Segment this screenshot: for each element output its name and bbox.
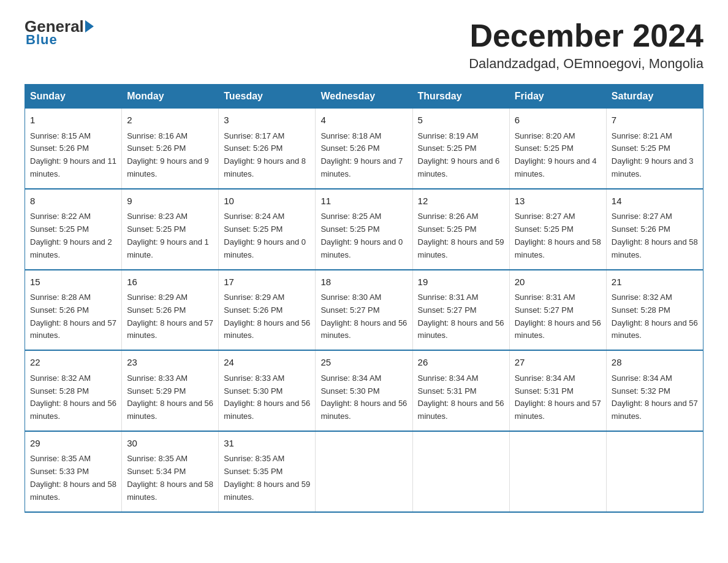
day-number: 30 bbox=[127, 437, 213, 451]
day-number: 1 bbox=[30, 113, 116, 128]
day-number: 17 bbox=[224, 275, 310, 289]
day-cell: 20 Sunrise: 8:31 AMSunset: 5:27 PMDaylig… bbox=[509, 270, 606, 351]
calendar-body: 1 Sunrise: 8:15 AMSunset: 5:26 PMDayligh… bbox=[25, 109, 703, 512]
day-cell: 16 Sunrise: 8:29 AMSunset: 5:26 PMDaylig… bbox=[122, 270, 219, 351]
column-header-tuesday: Tuesday bbox=[219, 85, 316, 109]
week-row-3: 15 Sunrise: 8:28 AMSunset: 5:26 PMDaylig… bbox=[25, 270, 703, 351]
day-number: 23 bbox=[127, 356, 213, 370]
day-cell: 5 Sunrise: 8:19 AMSunset: 5:25 PMDayligh… bbox=[412, 109, 509, 189]
day-cell: 10 Sunrise: 8:24 AMSunset: 5:25 PMDaylig… bbox=[219, 189, 316, 270]
day-number: 22 bbox=[30, 356, 116, 370]
day-info: Sunrise: 8:30 AMSunset: 5:27 PMDaylight:… bbox=[320, 293, 407, 340]
day-cell: 18 Sunrise: 8:30 AMSunset: 5:27 PMDaylig… bbox=[316, 270, 412, 351]
day-number: 20 bbox=[515, 275, 601, 289]
day-number: 24 bbox=[224, 356, 310, 370]
day-info: Sunrise: 8:26 AMSunset: 5:25 PMDaylight:… bbox=[418, 212, 504, 259]
day-cell bbox=[316, 431, 412, 512]
day-cell bbox=[606, 431, 703, 512]
day-number: 13 bbox=[515, 194, 601, 209]
day-cell: 9 Sunrise: 8:23 AMSunset: 5:25 PMDayligh… bbox=[122, 189, 219, 270]
day-number: 31 bbox=[224, 437, 310, 451]
day-number: 18 bbox=[320, 275, 407, 289]
title-block: December 2024 Dalandzadgad, OEmnoegovi, … bbox=[469, 18, 703, 72]
day-info: Sunrise: 8:15 AMSunset: 5:26 PMDaylight:… bbox=[30, 131, 116, 178]
day-cell: 7 Sunrise: 8:21 AMSunset: 5:25 PMDayligh… bbox=[606, 109, 703, 189]
month-title: December 2024 bbox=[469, 18, 703, 53]
day-cell: 14 Sunrise: 8:27 AMSunset: 5:26 PMDaylig… bbox=[606, 189, 703, 270]
column-header-thursday: Thursday bbox=[412, 85, 509, 109]
day-info: Sunrise: 8:20 AMSunset: 5:25 PMDaylight:… bbox=[515, 131, 597, 178]
day-info: Sunrise: 8:27 AMSunset: 5:25 PMDaylight:… bbox=[515, 212, 601, 259]
day-info: Sunrise: 8:33 AMSunset: 5:29 PMDaylight:… bbox=[127, 373, 213, 421]
day-info: Sunrise: 8:34 AMSunset: 5:31 PMDaylight:… bbox=[515, 373, 601, 421]
day-info: Sunrise: 8:21 AMSunset: 5:25 PMDaylight:… bbox=[612, 131, 694, 178]
day-cell bbox=[412, 431, 509, 512]
day-cell: 1 Sunrise: 8:15 AMSunset: 5:26 PMDayligh… bbox=[25, 109, 122, 189]
day-cell: 15 Sunrise: 8:28 AMSunset: 5:26 PMDaylig… bbox=[25, 270, 122, 351]
day-cell: 3 Sunrise: 8:17 AMSunset: 5:26 PMDayligh… bbox=[219, 109, 316, 189]
day-number: 21 bbox=[612, 275, 698, 289]
day-number: 27 bbox=[515, 356, 601, 370]
day-number: 19 bbox=[418, 275, 504, 289]
day-info: Sunrise: 8:31 AMSunset: 5:27 PMDaylight:… bbox=[418, 293, 504, 340]
day-info: Sunrise: 8:31 AMSunset: 5:27 PMDaylight:… bbox=[515, 293, 601, 340]
location-subtitle: Dalandzadgad, OEmnoegovi, Mongolia bbox=[469, 56, 703, 72]
day-info: Sunrise: 8:34 AMSunset: 5:31 PMDaylight:… bbox=[418, 373, 504, 421]
day-cell: 13 Sunrise: 8:27 AMSunset: 5:25 PMDaylig… bbox=[509, 189, 606, 270]
day-info: Sunrise: 8:29 AMSunset: 5:26 PMDaylight:… bbox=[127, 293, 213, 340]
day-cell: 22 Sunrise: 8:32 AMSunset: 5:28 PMDaylig… bbox=[25, 350, 122, 431]
day-number: 8 bbox=[30, 194, 116, 209]
day-number: 29 bbox=[30, 437, 116, 451]
day-number: 25 bbox=[320, 356, 407, 370]
day-info: Sunrise: 8:34 AMSunset: 5:32 PMDaylight:… bbox=[612, 373, 698, 421]
day-cell: 26 Sunrise: 8:34 AMSunset: 5:31 PMDaylig… bbox=[412, 350, 509, 431]
day-info: Sunrise: 8:32 AMSunset: 5:28 PMDaylight:… bbox=[612, 293, 698, 340]
day-info: Sunrise: 8:32 AMSunset: 5:28 PMDaylight:… bbox=[30, 373, 116, 421]
day-cell: 8 Sunrise: 8:22 AMSunset: 5:25 PMDayligh… bbox=[25, 189, 122, 270]
day-cell: 6 Sunrise: 8:20 AMSunset: 5:25 PMDayligh… bbox=[509, 109, 606, 189]
day-number: 26 bbox=[418, 356, 504, 370]
day-number: 4 bbox=[320, 113, 407, 128]
day-number: 2 bbox=[127, 113, 213, 128]
day-info: Sunrise: 8:19 AMSunset: 5:25 PMDaylight:… bbox=[418, 131, 500, 178]
day-info: Sunrise: 8:29 AMSunset: 5:26 PMDaylight:… bbox=[224, 293, 310, 340]
day-info: Sunrise: 8:28 AMSunset: 5:26 PMDaylight:… bbox=[30, 293, 116, 340]
day-info: Sunrise: 8:17 AMSunset: 5:26 PMDaylight:… bbox=[224, 131, 306, 178]
day-number: 3 bbox=[224, 113, 310, 128]
logo-blue-text: Blue bbox=[26, 32, 58, 48]
column-header-wednesday: Wednesday bbox=[316, 85, 412, 109]
day-info: Sunrise: 8:24 AMSunset: 5:25 PMDaylight:… bbox=[224, 212, 306, 259]
day-number: 5 bbox=[418, 113, 504, 128]
day-info: Sunrise: 8:18 AMSunset: 5:26 PMDaylight:… bbox=[320, 131, 403, 178]
calendar-table: SundayMondayTuesdayWednesdayThursdayFrid… bbox=[25, 84, 703, 512]
day-number: 14 bbox=[612, 194, 698, 209]
week-row-2: 8 Sunrise: 8:22 AMSunset: 5:25 PMDayligh… bbox=[25, 189, 703, 270]
day-number: 6 bbox=[515, 113, 601, 128]
day-info: Sunrise: 8:25 AMSunset: 5:25 PMDaylight:… bbox=[320, 212, 403, 259]
day-cell: 12 Sunrise: 8:26 AMSunset: 5:25 PMDaylig… bbox=[412, 189, 509, 270]
week-row-1: 1 Sunrise: 8:15 AMSunset: 5:26 PMDayligh… bbox=[25, 109, 703, 189]
day-info: Sunrise: 8:33 AMSunset: 5:30 PMDaylight:… bbox=[224, 373, 310, 421]
day-number: 9 bbox=[127, 194, 213, 209]
day-info: Sunrise: 8:23 AMSunset: 5:25 PMDaylight:… bbox=[127, 212, 209, 259]
day-cell: 28 Sunrise: 8:34 AMSunset: 5:32 PMDaylig… bbox=[606, 350, 703, 431]
day-cell: 29 Sunrise: 8:35 AMSunset: 5:33 PMDaylig… bbox=[25, 431, 122, 512]
day-cell: 4 Sunrise: 8:18 AMSunset: 5:26 PMDayligh… bbox=[316, 109, 412, 189]
day-cell: 31 Sunrise: 8:35 AMSunset: 5:35 PMDaylig… bbox=[219, 431, 316, 512]
day-cell: 27 Sunrise: 8:34 AMSunset: 5:31 PMDaylig… bbox=[509, 350, 606, 431]
day-info: Sunrise: 8:34 AMSunset: 5:30 PMDaylight:… bbox=[320, 373, 407, 421]
day-number: 15 bbox=[30, 275, 116, 289]
column-header-saturday: Saturday bbox=[606, 85, 703, 109]
page-header: General Blue December 2024 Dalandzadgad,… bbox=[25, 18, 703, 72]
day-number: 11 bbox=[320, 194, 407, 209]
day-cell: 2 Sunrise: 8:16 AMSunset: 5:26 PMDayligh… bbox=[122, 109, 219, 189]
day-info: Sunrise: 8:27 AMSunset: 5:26 PMDaylight:… bbox=[612, 212, 698, 259]
day-number: 28 bbox=[612, 356, 698, 370]
day-info: Sunrise: 8:35 AMSunset: 5:33 PMDaylight:… bbox=[30, 454, 116, 501]
day-number: 10 bbox=[224, 194, 310, 209]
day-cell: 21 Sunrise: 8:32 AMSunset: 5:28 PMDaylig… bbox=[606, 270, 703, 351]
day-cell: 23 Sunrise: 8:33 AMSunset: 5:29 PMDaylig… bbox=[122, 350, 219, 431]
day-cell: 11 Sunrise: 8:25 AMSunset: 5:25 PMDaylig… bbox=[316, 189, 412, 270]
day-info: Sunrise: 8:35 AMSunset: 5:35 PMDaylight:… bbox=[224, 454, 310, 501]
column-header-monday: Monday bbox=[122, 85, 219, 109]
